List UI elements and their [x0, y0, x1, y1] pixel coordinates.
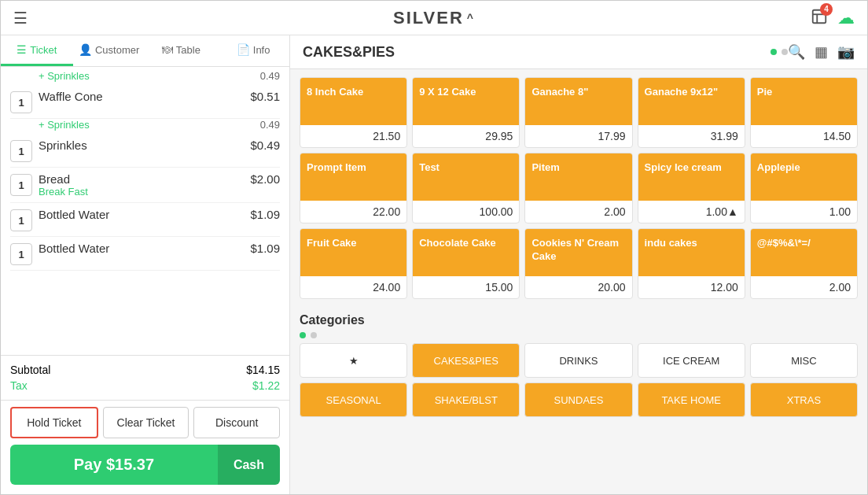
- product-card[interactable]: Fruit Cake 24.00: [300, 228, 407, 299]
- category-card[interactable]: DRINKS: [524, 343, 632, 378]
- product-card-price: 12.00: [638, 276, 745, 298]
- top-bar: ☰ SILVER ^ 4 ☁: [1, 1, 867, 35]
- product-card[interactable]: @#$%&\*=/ 2.00: [750, 228, 858, 299]
- item-details: Waffle Cone: [39, 90, 244, 103]
- product-card[interactable]: Cookies N' Cream Cake 20.00: [524, 228, 632, 299]
- category-actions: 🔍 ▦ 📷: [788, 43, 855, 61]
- product-card-price: 24.00: [300, 276, 406, 298]
- product-card-header: Applepie: [751, 153, 857, 201]
- pay-main-button[interactable]: Pay $15.37: [10, 445, 218, 485]
- product-card-header: Chocolate Cake: [413, 229, 519, 276]
- app-container: ☰ SILVER ^ 4 ☁ ☰ Ticket: [0, 0, 868, 495]
- menu-icon[interactable]: ☰: [13, 9, 28, 28]
- bottom-buttons: Hold Ticket Clear Ticket Discount: [1, 400, 289, 445]
- category-card[interactable]: SEASONAL: [300, 382, 407, 417]
- product-card[interactable]: Ganache 9x12" 31.99: [638, 77, 745, 148]
- product-card-header: Pie: [751, 78, 857, 125]
- product-card[interactable]: Applepie 1.00: [750, 153, 858, 223]
- customer-icon: 👤: [79, 43, 92, 56]
- camera-icon[interactable]: 📷: [837, 43, 855, 61]
- product-card-price: 1.00▲: [638, 201, 745, 223]
- category-card[interactable]: TAKE HOME: [638, 382, 745, 417]
- table-icon: 🍽: [162, 43, 173, 56]
- dot-1: [771, 49, 777, 55]
- info-icon: 📄: [237, 43, 250, 56]
- dot-2: [782, 49, 788, 55]
- product-card[interactable]: indu cakes 12.00: [638, 228, 745, 299]
- product-card[interactable]: Pitem 2.00: [524, 153, 632, 223]
- hold-ticket-button[interactable]: Hold Ticket: [10, 407, 98, 438]
- tab-table[interactable]: 🍽 Table: [145, 35, 218, 66]
- product-card[interactable]: Prompt Item 22.00: [300, 153, 407, 223]
- left-panel: ☰ Ticket 👤 Customer 🍽 Table 📄 Info: [1, 35, 290, 494]
- category-card[interactable]: XTRAS: [750, 382, 858, 417]
- product-card-header: Spicy Ice cream: [638, 153, 745, 201]
- product-card-price: 20.00: [525, 276, 631, 298]
- product-card-header: 8 Inch Cake: [300, 78, 406, 125]
- product-card-price: 17.99: [525, 125, 631, 147]
- category-card[interactable]: ICE CREAM: [638, 343, 745, 378]
- pay-button-area: Pay $15.37 Cash: [10, 445, 280, 485]
- product-grid: 8 Inch Cake 21.50 9 X 12 Cake 29.95 Gana…: [290, 69, 867, 307]
- barcode-icon[interactable]: ▦: [815, 43, 828, 61]
- notification-badge: 4: [820, 3, 833, 16]
- categories-dots: [300, 332, 858, 338]
- item-details: Bread Break Fast: [39, 172, 244, 198]
- product-card[interactable]: 8 Inch Cake 21.50: [300, 77, 407, 148]
- tab-customer[interactable]: 👤 Customer: [73, 35, 145, 66]
- product-card-header: Ganache 9x12": [638, 78, 745, 125]
- product-card[interactable]: Chocolate Cake 15.00: [412, 228, 520, 299]
- item-qty: 1: [10, 209, 32, 231]
- product-card[interactable]: Test 100.00: [412, 153, 520, 223]
- list-item: + Sprinkles 0.49: [10, 70, 280, 85]
- item-qty: 1: [10, 174, 32, 196]
- tax-row: Tax $1.22: [10, 378, 280, 393]
- category-card[interactable]: SUNDAES: [524, 382, 632, 417]
- top-bar-icons: 4 ☁: [811, 8, 855, 28]
- product-card-price: 22.00: [300, 201, 406, 223]
- list-item[interactable]: 1 Bottled Water $1.09: [10, 237, 280, 271]
- category-card[interactable]: CAKES&PIES: [412, 343, 520, 378]
- cat-dot-2: [311, 332, 317, 338]
- product-card-price: 21.50: [300, 125, 406, 147]
- right-panel: CAKES&PIES 🔍 ▦ 📷 8 Inch Cake 21.50: [290, 35, 867, 494]
- product-card-price: 15.00: [413, 276, 519, 298]
- clear-ticket-button[interactable]: Clear Ticket: [103, 407, 189, 438]
- list-item[interactable]: 1 Bottled Water $1.09: [10, 203, 280, 237]
- category-card[interactable]: SHAKE/BLST: [412, 382, 520, 417]
- subtotal-row: Subtotal $14.15: [10, 362, 280, 378]
- category-dots: [771, 49, 788, 55]
- product-card-price: 2.00: [525, 201, 631, 223]
- category-title: CAKES&PIES: [303, 44, 771, 61]
- product-card[interactable]: Ganache 8" 17.99: [524, 77, 632, 148]
- product-card[interactable]: Pie 14.50: [750, 77, 858, 148]
- list-item[interactable]: 1 Bread Break Fast $2.00: [10, 168, 280, 203]
- list-item[interactable]: 1 Sprinkles $0.49: [10, 134, 280, 168]
- item-details: Bottled Water: [39, 242, 244, 255]
- discount-button[interactable]: Discount: [193, 407, 280, 438]
- product-card-header: Fruit Cake: [300, 229, 406, 276]
- product-card[interactable]: 9 X 12 Cake 29.95: [412, 77, 520, 148]
- list-item[interactable]: 1 Waffle Cone $0.51: [10, 85, 280, 119]
- product-card-header: indu cakes: [638, 229, 745, 276]
- main-content: ☰ Ticket 👤 Customer 🍽 Table 📄 Info: [1, 35, 867, 494]
- notification-icon[interactable]: 4: [811, 8, 828, 28]
- search-icon[interactable]: 🔍: [788, 43, 805, 61]
- category-card[interactable]: MISC: [750, 343, 858, 378]
- product-card-price: 1.00: [751, 201, 857, 223]
- product-card-header: Cookies N' Cream Cake: [525, 229, 631, 276]
- product-card[interactable]: Spicy Ice cream 1.00▲: [638, 153, 745, 223]
- item-details: Sprinkles: [39, 139, 244, 152]
- tab-ticket[interactable]: ☰ Ticket: [1, 35, 73, 66]
- cloud-icon[interactable]: ☁: [837, 8, 855, 28]
- app-title: SILVER ^: [393, 8, 475, 28]
- product-card-price: 31.99: [638, 125, 745, 147]
- pay-cash-button[interactable]: Cash: [218, 445, 280, 485]
- tab-info[interactable]: 📄 Info: [217, 35, 289, 66]
- product-card-header: Ganache 8": [525, 78, 631, 125]
- category-card[interactable]: ★: [300, 343, 407, 378]
- order-list: + Sprinkles 0.49 1 Waffle Cone $0.51 + S…: [1, 67, 289, 355]
- ticket-icon: ☰: [17, 43, 27, 56]
- item-qty: 1: [10, 243, 32, 265]
- product-card-price: 29.95: [413, 125, 519, 147]
